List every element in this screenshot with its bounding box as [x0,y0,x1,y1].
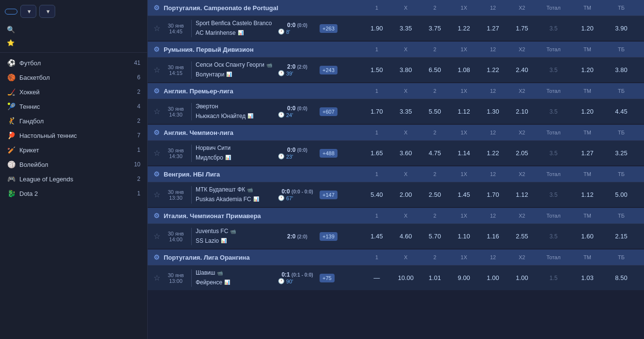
odds-cell-5[interactable]: 1.75 [507,25,537,32]
sidebar-item-cricket[interactable]: 🏏 Крикет 1 [0,143,147,157]
odds-cell-5[interactable]: 1.00 [507,274,537,281]
odds-cell-3[interactable]: 1.10 [449,233,478,240]
odds-cell-1[interactable]: 3.80 [391,66,420,74]
odds-cell-5[interactable]: 2.40 [507,66,537,74]
sport-icon-football: ⚽ [7,59,15,67]
odds-cell-0[interactable]: 1.70 [362,108,391,115]
odds-tb[interactable]: 5.00 [604,191,638,198]
favorite-star[interactable]: ☆ [153,65,160,74]
more-markets-button[interactable]: +263 [320,24,337,33]
odds-tb[interactable]: 3.25 [604,149,638,157]
odds-cell-3[interactable]: 1.22 [449,25,478,32]
odds-cell-3[interactable]: 1.14 [449,149,478,157]
odds-tm[interactable]: 1.27 [570,149,604,157]
odds-cell-4[interactable]: 1.00 [478,274,507,281]
odds-tm[interactable]: 1.60 [570,233,604,240]
odds-cell-4[interactable]: 1.27 [478,25,507,32]
odds-tm[interactable]: 1.20 [570,66,604,74]
odds-cell-1[interactable]: 3.35 [391,108,420,115]
odds-cell-2[interactable]: 1.01 [420,274,449,281]
odds-header-3: 1X [449,88,478,94]
match-live-time: 🕐23′ [278,153,317,160]
odds-cell-3[interactable]: 1.12 [449,108,478,115]
odds-header-4: 12 [478,213,507,219]
odds-tm[interactable]: 1.20 [570,25,604,32]
odds-cell-4[interactable]: 1.70 [478,191,507,198]
more-markets-button[interactable]: +488 [320,149,337,158]
sidebar-item-basketball[interactable]: 🏀 Баскетбол 6 [0,70,147,85]
favorite-star[interactable]: ☆ [153,273,160,282]
favorite-star[interactable]: ☆ [153,190,160,199]
odds-cell-1[interactable]: 3.60 [391,149,420,157]
odds-cell-5[interactable]: 2.05 [507,149,537,157]
odds-header-3: 1X [449,46,478,52]
odds-cell-1[interactable]: 10.00 [391,274,420,281]
odds-cell-3[interactable]: 1.45 [449,191,478,198]
odds-cell-4[interactable]: 1.22 [478,66,507,74]
odds-tb[interactable]: 2.15 [604,233,638,240]
favorite-star[interactable]: ☆ [153,24,160,33]
odds-tm[interactable]: 1.20 [570,108,604,115]
odds-cell-0[interactable]: 1.45 [362,233,391,240]
filter-time-dropdown[interactable]: ▾ [20,5,36,18]
sidebar-item-lol[interactable]: 🎮 League of Legends 2 [0,172,147,186]
favorite-star[interactable]: ☆ [153,148,160,158]
sidebar-item-table_tennis[interactable]: 🏓 Настольный теннис 7 [0,128,147,143]
odds-tb[interactable]: 4.45 [604,108,638,115]
more-markets-button[interactable]: +243 [320,66,337,74]
odds-cell-4[interactable]: 1.22 [478,149,507,157]
odds-cell-5[interactable]: 1.12 [507,191,537,198]
odds-cell-2[interactable]: 6.50 [420,66,449,74]
odds-cell-0[interactable]: 1.90 [362,25,391,32]
odds-tb[interactable]: 8.50 [604,274,638,281]
odds-header-0: 1 [362,254,391,260]
more-markets-button[interactable]: +147 [320,191,337,199]
odds-cell-1[interactable]: 3.35 [391,25,420,32]
odds-header-8: ТБ [604,171,638,177]
league-title-portugal_laranjina: Португалия. Лига Орангина [164,254,250,261]
odds-cell-2[interactable]: 4.75 [420,149,449,157]
sidebar-item-handball[interactable]: 🤾 Гандбол 2 [0,114,147,128]
odds-header-8: ТБ [604,46,638,52]
filter-date-dropdown[interactable]: ▾ [39,5,55,18]
sport-count-table_tennis: 7 [137,132,140,139]
odds-cell-1[interactable]: 4.60 [391,233,420,240]
more-markets-button[interactable]: +607 [320,107,337,116]
sidebar-item-dota2[interactable]: 🐉 Dota 2 1 [0,186,147,201]
sidebar-item-tennis[interactable]: 🎾 Теннис 4 [0,99,147,114]
league-settings-icon: ⚙ [153,170,160,178]
more-markets-button[interactable]: +75 [320,274,335,282]
odds-row: 1.903.353.751.221.271.75 3.5 1.20 3.90 [362,25,638,32]
odds-cell-1[interactable]: 2.00 [391,191,420,198]
odds-cell-2[interactable]: 5.50 [420,108,449,115]
odds-cell-4[interactable]: 1.16 [478,233,507,240]
odds-cell-3[interactable]: 9.00 [449,274,478,281]
league-settings-icon: ⚙ [153,45,160,53]
sidebar-item-volleyball[interactable]: 🏐 Волейбол 10 [0,157,147,172]
search-bar[interactable]: 🔍 [0,23,147,36]
odds-cell-0[interactable]: 1.65 [362,149,391,157]
odds-tm[interactable]: 1.03 [570,274,604,281]
filter-all-button[interactable] [5,9,17,15]
odds-tb[interactable]: 3.90 [604,25,638,32]
odds-tm[interactable]: 1.12 [570,191,604,198]
match-date: 30 янв [164,106,187,112]
odds-cell-0[interactable]: 1.50 [362,66,391,74]
odds-cell-0[interactable]: — [362,274,391,281]
odds-cell-4[interactable]: 1.30 [478,108,507,115]
match-live-time: 🕐67′ [278,195,317,201]
odds-cell-2[interactable]: 3.75 [420,25,449,32]
odds-tb[interactable]: 3.80 [604,66,638,74]
odds-cell-5[interactable]: 2.10 [507,108,537,115]
odds-cell-3[interactable]: 1.08 [449,66,478,74]
odds-cell-0[interactable]: 5.40 [362,191,391,198]
odds-cell-5[interactable]: 2.55 [507,233,537,240]
sidebar-item-hockey[interactable]: 🏒 Хоккей 2 [0,85,147,99]
sidebar-item-football[interactable]: ⚽ Футбол 41 [0,56,147,70]
odds-cell-2[interactable]: 2.50 [420,191,449,198]
favorites-row[interactable]: ⭐ [0,36,147,49]
more-markets-button[interactable]: +139 [320,232,337,241]
favorite-star[interactable]: ☆ [153,232,160,241]
favorite-star[interactable]: ☆ [153,107,160,116]
odds-cell-2[interactable]: 5.70 [420,233,449,240]
